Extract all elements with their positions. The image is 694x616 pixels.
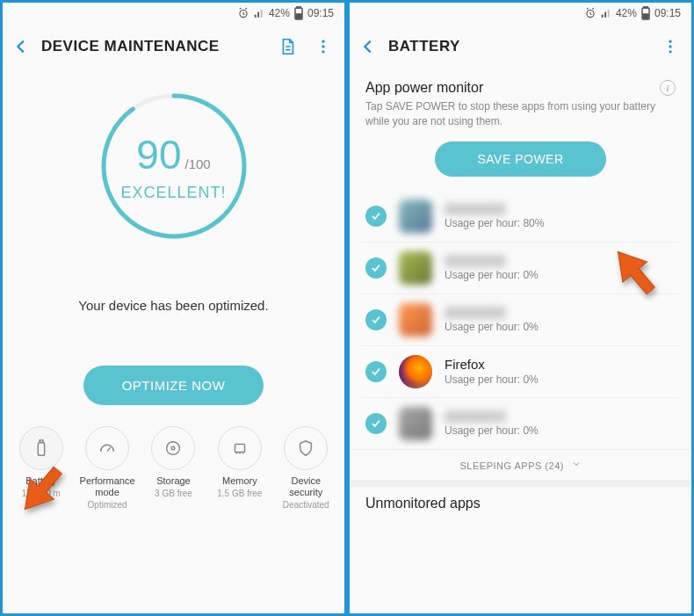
checkbox-icon[interactable] <box>365 413 387 434</box>
status-bar: 42% 09:15 <box>3 3 344 24</box>
app-list: Usage per hour: 80% Usage per hour: 0% U… <box>350 191 691 449</box>
tile-label: Battery <box>25 475 56 487</box>
app-row[interactable]: Usage per hour: 80% <box>362 191 679 243</box>
unmonitored-apps-section[interactable]: Unmonitored apps <box>350 480 691 520</box>
battery-icon <box>293 6 304 20</box>
score-label: EXCELLENT! <box>120 184 226 202</box>
checkbox-icon[interactable] <box>365 257 387 279</box>
save-power-button[interactable]: SAVE POWER <box>435 141 605 177</box>
sleeping-apps-label: SLEEPING APPS (24) <box>460 460 564 471</box>
clock-time: 09:15 <box>307 7 334 19</box>
score-value: 90 <box>136 131 181 178</box>
svg-point-18 <box>669 40 671 43</box>
battery-icon <box>640 6 651 20</box>
svg-rect-9 <box>38 443 44 456</box>
app-name <box>445 410 506 423</box>
performance-tile[interactable]: Performance mode Optimized <box>76 426 138 510</box>
page-title: DEVICE MAINTENANCE <box>41 38 264 55</box>
tile-label: Storage <box>156 475 191 487</box>
app-icon <box>399 407 432 440</box>
more-icon[interactable] <box>311 34 336 59</box>
app-icon <box>399 251 432 285</box>
category-row: Battery 17 h 10 m Performance mode Optim… <box>3 426 344 518</box>
alarm-icon <box>237 7 249 19</box>
app-bar: BATTERY <box>350 24 691 69</box>
security-tile[interactable]: Device security Deactivated <box>275 426 336 510</box>
battery-screen: 42% 09:15 BATTERY App power monitor i Ta… <box>347 0 694 616</box>
score-max: /100 <box>184 156 210 171</box>
app-usage: Usage per hour: 80% <box>445 217 676 229</box>
app-row[interactable]: Usage per hour: 0% <box>362 294 679 346</box>
score-section: 90 /100 EXCELLENT! Your device has been … <box>3 69 344 405</box>
alarm-icon <box>584 7 596 19</box>
signal-icon <box>600 7 612 19</box>
tile-sub: Deactivated <box>283 500 329 510</box>
svg-rect-10 <box>40 440 43 443</box>
app-usage: Usage per hour: 0% <box>445 269 676 281</box>
app-row[interactable]: Firefox Usage per hour: 0% <box>362 346 679 398</box>
svg-rect-2 <box>297 6 300 8</box>
tile-label: Device security <box>275 475 336 498</box>
tile-sub: Optimized <box>88 500 127 510</box>
svg-point-19 <box>669 45 671 47</box>
document-icon[interactable] <box>274 33 300 60</box>
svg-point-11 <box>167 442 180 455</box>
storage-tile[interactable]: Storage 3 GB free <box>142 426 204 510</box>
sleeping-apps-button[interactable]: SLEEPING APPS (24) <box>350 449 691 480</box>
section-description: Tap SAVE POWER to stop these apps from u… <box>365 99 676 129</box>
score-ring: 90 /100 EXCELLENT! <box>95 87 253 245</box>
back-button[interactable] <box>11 37 31 56</box>
clock-time: 09:15 <box>654 7 681 19</box>
app-name <box>445 203 506 215</box>
app-usage: Usage per hour: 0% <box>445 424 676 437</box>
back-button[interactable] <box>358 37 378 56</box>
svg-rect-16 <box>644 6 647 8</box>
app-icon <box>399 303 432 337</box>
checkbox-icon[interactable] <box>365 309 387 330</box>
memory-tile[interactable]: Memory 1.5 GB free <box>209 426 271 510</box>
app-name <box>445 255 506 267</box>
battery-pct: 42% <box>269 7 290 19</box>
app-name <box>445 307 506 319</box>
svg-point-6 <box>322 50 324 53</box>
checkbox-icon[interactable] <box>365 206 387 227</box>
svg-rect-13 <box>235 444 244 452</box>
section-title: App power monitor <box>365 80 483 96</box>
chevron-down-icon <box>571 459 582 471</box>
app-bar: DEVICE MAINTENANCE <box>3 24 344 69</box>
app-usage: Usage per hour: 0% <box>445 373 676 386</box>
signal-icon <box>253 7 265 19</box>
battery-tile[interactable]: Battery 17 h 10 m <box>11 426 72 510</box>
battery-pct: 42% <box>616 7 637 19</box>
svg-point-20 <box>669 50 671 53</box>
app-row[interactable]: Usage per hour: 0% <box>362 398 679 449</box>
app-usage: Usage per hour: 0% <box>445 321 676 333</box>
optimize-now-button[interactable]: OPTIMIZE NOW <box>83 366 264 405</box>
status-bar: 42% 09:15 <box>350 3 691 24</box>
checkbox-icon[interactable] <box>365 361 387 382</box>
page-title: BATTERY <box>388 38 647 55</box>
tile-sub: 1.5 GB free <box>217 489 262 498</box>
optimized-message: Your device has been optimized. <box>78 298 268 313</box>
svg-rect-3 <box>296 14 301 18</box>
firefox-icon <box>399 355 432 388</box>
svg-point-5 <box>322 45 324 47</box>
device-maintenance-screen: 42% 09:15 DEVICE MAINTENANCE 90 /100 EXC… <box>0 0 347 616</box>
app-power-monitor-section: App power monitor i Tap SAVE POWER to st… <box>350 69 691 191</box>
tile-sub: 17 h 10 m <box>21 489 60 498</box>
app-name: Firefox <box>445 357 676 372</box>
tile-sub: 3 GB free <box>155 489 192 498</box>
app-icon <box>399 199 432 233</box>
info-icon[interactable]: i <box>660 80 676 96</box>
app-row[interactable]: Usage per hour: 0% <box>362 243 679 294</box>
tile-label: Memory <box>222 475 257 487</box>
svg-point-4 <box>322 40 324 43</box>
tile-label: Performance mode <box>76 475 138 498</box>
svg-rect-17 <box>643 14 648 18</box>
svg-point-12 <box>172 446 176 450</box>
more-icon[interactable] <box>658 34 683 59</box>
